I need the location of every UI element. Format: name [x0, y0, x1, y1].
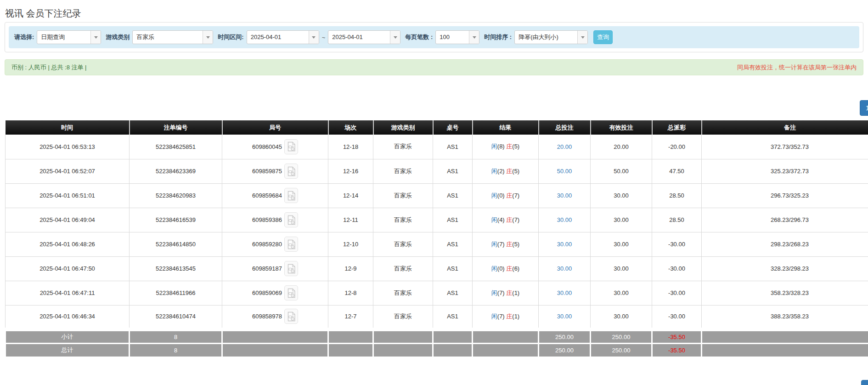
pagination-page-1-top[interactable]: 1	[860, 100, 868, 116]
video-replay-button[interactable]	[284, 285, 298, 300]
date-to-value[interactable]: 2025-04-01	[328, 31, 390, 44]
cell-game-type: 百家乐	[373, 281, 433, 305]
cell-table-id: AS1	[433, 256, 473, 281]
video-replay-button[interactable]	[284, 188, 298, 203]
column-header: 桌号	[433, 120, 473, 135]
records-table-container: 时间注单编号局号场次游戏类别桌号结果总投注有效投注总派彩备注 2025-04-0…	[5, 120, 868, 358]
total-bet-link[interactable]: 30.00	[557, 192, 572, 199]
result-player-label: 闲	[491, 168, 497, 175]
grand-total-row-cell: -35.50	[652, 343, 702, 357]
cell-payout: -20.00	[652, 135, 702, 159]
subtotal-row-cell	[433, 329, 473, 343]
subtotal-row-cell: 小计	[6, 329, 130, 343]
cell-remark: 268.23/296.73	[702, 208, 868, 232]
cell-total-bet: 30.00	[539, 256, 591, 281]
cell-valid-bet: 50.00	[591, 159, 652, 183]
round-id-text: 609859386	[252, 216, 282, 223]
cell-game-type: 百家乐	[373, 256, 433, 281]
chevron-down-icon[interactable]	[90, 31, 101, 44]
cell-remark: 328.23/298.23	[702, 256, 868, 281]
table-row: 2025-04-01 06:52:07522384623369609859875…	[6, 159, 868, 183]
page-size-value[interactable]: 100	[436, 31, 469, 44]
select-type-combobox[interactable]: 日期查询	[37, 30, 101, 44]
date-from-combobox[interactable]: 2025-04-01	[247, 30, 319, 44]
chevron-down-icon[interactable]	[577, 31, 587, 44]
currency-total-text: 币别 : 人民币 | 总共 :8 注单 |	[11, 63, 87, 72]
total-bet-link[interactable]: 30.00	[557, 265, 572, 272]
table-summary: 小计8250.00250.00-35.50总计8250.00250.00-35.…	[6, 329, 868, 357]
table-row: 2025-04-01 06:53:13522384625851609860045…	[6, 135, 868, 159]
result-banker-score: (5)	[512, 143, 519, 150]
column-header: 时间	[6, 120, 130, 135]
pagination-page-1-bottom[interactable]: 1	[861, 380, 868, 385]
video-replay-button[interactable]	[284, 237, 298, 252]
grand-total-row-cell: 250.00	[539, 343, 591, 357]
total-bet-link[interactable]: 20.00	[557, 143, 572, 150]
video-replay-button[interactable]	[284, 212, 298, 227]
select-type-value[interactable]: 日期查询	[37, 31, 90, 44]
video-replay-button[interactable]	[284, 261, 298, 276]
cell-session: 12-10	[328, 232, 373, 256]
chevron-down-icon[interactable]	[309, 31, 319, 44]
cell-time: 2025-04-01 06:48:26	[6, 232, 130, 256]
column-header: 注单编号	[130, 120, 222, 135]
column-header: 有效投注	[591, 120, 652, 135]
grand-total-row-cell	[473, 343, 539, 357]
page-size-label: 每页笔数 :	[405, 33, 433, 41]
cell-game-type: 百家乐	[373, 232, 433, 256]
video-replay-button[interactable]	[284, 139, 298, 154]
video-replay-button[interactable]	[284, 164, 298, 179]
time-sort-combobox[interactable]: 降幂(由大到小)	[514, 30, 588, 44]
cell-bet-id: 522384616539	[130, 208, 222, 232]
cell-remark: 358.23/328.23	[702, 281, 868, 305]
grand-total-row-cell	[222, 343, 328, 357]
chevron-down-icon[interactable]	[469, 31, 479, 44]
chevron-down-icon[interactable]	[390, 31, 400, 44]
total-bet-link[interactable]: 30.00	[557, 216, 572, 223]
date-to-combobox[interactable]: 2025-04-01	[328, 30, 400, 44]
grand-total-row-cell	[328, 343, 373, 357]
video-file-icon	[287, 288, 296, 298]
result-banker-label: 庄	[506, 216, 512, 223]
cell-total-bet: 30.00	[539, 281, 591, 305]
result-player-label: 闲	[491, 313, 497, 320]
date-from-value[interactable]: 2025-04-01	[247, 31, 309, 44]
cell-total-bet: 30.00	[539, 232, 591, 256]
cell-round-id: 609859280	[222, 232, 328, 256]
video-file-icon	[287, 215, 296, 225]
result-player-score: (7)	[497, 241, 507, 248]
total-bet-link[interactable]: 30.00	[557, 313, 572, 320]
cell-time: 2025-04-01 06:53:13	[6, 135, 130, 159]
total-bet-link[interactable]: 50.00	[557, 168, 572, 175]
cell-game-type: 百家乐	[373, 305, 433, 329]
total-bet-link[interactable]: 30.00	[557, 289, 572, 296]
page-size-combobox[interactable]: 100	[435, 30, 479, 44]
cell-bet-id: 522384614850	[130, 232, 222, 256]
result-player-score: (2)	[497, 168, 507, 175]
result-player-label: 闲	[491, 289, 497, 296]
result-player-label: 闲	[491, 265, 497, 272]
time-sort-value[interactable]: 降幂(由大到小)	[515, 31, 577, 44]
cell-result: 闲(4) 庄(7)	[473, 208, 539, 232]
grand-total-row-cell: 250.00	[591, 343, 652, 357]
cell-payout: -30.00	[652, 256, 702, 281]
game-type-value[interactable]: 百家乐	[133, 31, 203, 44]
cell-bet-id: 522384611966	[130, 281, 222, 305]
cell-table-id: AS1	[433, 281, 473, 305]
video-replay-button[interactable]	[284, 309, 298, 324]
search-button[interactable]: 查询	[593, 30, 613, 44]
cell-table-id: AS1	[433, 135, 473, 159]
cell-game-type: 百家乐	[373, 159, 433, 183]
game-type-combobox[interactable]: 百家乐	[132, 30, 213, 44]
result-banker-score: (1)	[512, 313, 519, 320]
table-row: 2025-04-01 06:46:34522384610474609858978…	[6, 305, 868, 329]
grand-total-row-cell	[433, 343, 473, 357]
cell-result: 闲(7) 庄(1)	[473, 305, 539, 329]
total-bet-link[interactable]: 30.00	[557, 241, 572, 248]
cell-session: 12-8	[328, 281, 373, 305]
subtotal-row-cell: 250.00	[539, 329, 591, 343]
chevron-down-icon[interactable]	[203, 31, 213, 44]
valid-bet-note: 同局有效投注，统一计算在该局第一张注单内	[737, 63, 857, 72]
cell-remark: 372.73/352.73	[702, 135, 868, 159]
subtotal-row: 小计8250.00250.00-35.50	[6, 329, 868, 343]
